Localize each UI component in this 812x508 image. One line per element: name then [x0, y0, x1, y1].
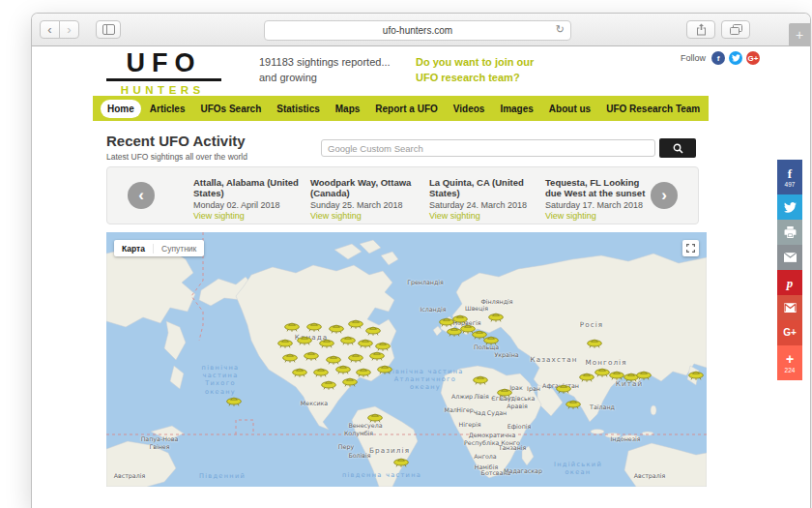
new-tab-button[interactable]: + — [789, 23, 810, 45]
ufo-sighting-marker[interactable] — [365, 323, 381, 336]
ufo-sighting-marker[interactable] — [688, 368, 704, 380]
ufo-sighting-marker[interactable] — [377, 362, 392, 374]
page-title: Recent UFO Activity — [106, 133, 246, 149]
ufo-sighting-marker[interactable] — [579, 370, 594, 382]
ufo-sighting-marker[interactable] — [284, 319, 300, 332]
sidebar-toggle-button[interactable] — [96, 20, 121, 39]
ufo-sighting-marker[interactable] — [321, 377, 336, 390]
map-type-satellite-button[interactable]: Супутник — [153, 244, 204, 254]
googleplus-icon[interactable]: G+ — [746, 51, 760, 65]
ufo-sighting-marker[interactable] — [304, 348, 319, 361]
twitter-icon[interactable] — [729, 51, 742, 65]
map-type-control: Карта Супутник — [114, 240, 204, 256]
ufo-sighting-marker[interactable] — [497, 385, 512, 398]
nav-item-statistics[interactable]: Statistics — [270, 100, 326, 118]
browser-share-icon — [696, 23, 707, 36]
tabs-overview-button[interactable] — [721, 20, 750, 39]
url-bar[interactable]: ufo-hunters.com ↻ — [264, 20, 571, 41]
search-button[interactable] — [659, 138, 696, 158]
print-icon — [784, 226, 797, 238]
ufo-sighting-marker[interactable] — [313, 365, 329, 377]
share-addthis-plus-icon[interactable]: +224 — [777, 345, 802, 380]
sightings-map[interactable]: Карта Супутник ГренландіяКанадаРосіяІсла… — [106, 232, 707, 487]
ufo-sighting-marker[interactable] — [488, 310, 504, 322]
ufo-sighting-marker[interactable] — [609, 368, 624, 380]
nav-item-articles[interactable]: Articles — [143, 100, 192, 118]
ufo-sighting-marker[interactable] — [348, 316, 363, 329]
share-twitter-icon[interactable] — [777, 194, 802, 220]
sighting-title: La Quinta, CA (United States) — [429, 177, 537, 199]
site-logo[interactable]: UFO HUNTERS — [106, 50, 215, 96]
ufo-sighting-marker[interactable] — [297, 333, 312, 345]
join-team-line2: UFO research team? — [416, 71, 534, 86]
share-email-icon[interactable] — [777, 245, 802, 270]
nav-item-ufo-research-team[interactable]: UFO Research Team — [599, 100, 707, 118]
map-type-map-button[interactable]: Карта — [114, 244, 153, 254]
nav-item-maps[interactable]: Maps — [329, 100, 367, 118]
ufo-sighting-marker[interactable] — [342, 374, 358, 387]
ufo-sighting-marker[interactable] — [636, 368, 652, 380]
ufo-sighting-marker[interactable] — [594, 365, 610, 377]
forward-button[interactable]: › — [59, 20, 79, 39]
sighting-title: Attalla, Alabama (United States) — [193, 177, 302, 199]
ufo-sighting-marker[interactable] — [319, 336, 334, 348]
ufo-sighting-marker[interactable] — [566, 397, 581, 409]
sightings-counter-line2: and growing — [259, 71, 391, 86]
carousel-next-button[interactable]: › — [651, 182, 678, 209]
nav-item-images[interactable]: Images — [493, 100, 539, 118]
reload-icon[interactable]: ↻ — [556, 23, 565, 36]
ufo-sighting-marker[interactable] — [556, 381, 571, 394]
logo-hunters-text: HUNTERS — [106, 84, 219, 96]
carousel-item: Attalla, Alabama (United States)Monday 0… — [193, 177, 302, 221]
nav-item-videos[interactable]: Videos — [447, 100, 492, 118]
ufo-sighting-marker[interactable] — [356, 365, 371, 377]
sighting-date: Sunday 25. March 2018 — [310, 200, 419, 210]
ufo-sighting-marker[interactable] — [473, 373, 488, 385]
view-sighting-link[interactable]: View sighting — [193, 211, 302, 221]
share-facebook-icon[interactable]: f497 — [777, 160, 802, 194]
page-content: UFO HUNTERS 191183 sightings reported...… — [32, 46, 810, 508]
url-text: ufo-hunters.com — [383, 25, 452, 36]
nav-item-ufos-search[interactable]: UFOs Search — [193, 100, 268, 118]
ufo-sighting-marker[interactable] — [340, 333, 356, 345]
view-sighting-link[interactable]: View sighting — [545, 211, 653, 221]
carousel-prev-button[interactable]: ‹ — [128, 182, 155, 209]
map-fullscreen-button[interactable] — [682, 240, 699, 256]
ufo-sighting-marker[interactable] — [483, 333, 499, 345]
back-button[interactable]: ‹ — [40, 20, 60, 39]
sighting-title: Tequesta, FL Looking due West at the sun… — [545, 177, 653, 199]
world-map-graphic — [106, 232, 707, 487]
ufo-sighting-marker[interactable] — [393, 455, 409, 467]
nav-item-report-a-ufo[interactable]: Report a UFO — [368, 100, 444, 118]
ufo-sighting-marker[interactable] — [358, 336, 373, 348]
carousel-item: Tequesta, FL Looking due West at the sun… — [545, 177, 653, 221]
nav-item-about-us[interactable]: About us — [542, 100, 597, 118]
view-sighting-link[interactable]: View sighting — [429, 211, 537, 221]
ufo-sighting-marker[interactable] — [292, 365, 307, 377]
nav-item-home[interactable]: Home — [101, 100, 141, 118]
sightings-counter-line1: 191183 sightings reported... — [259, 55, 391, 71]
ufo-sighting-marker[interactable] — [335, 362, 351, 374]
ufo-sighting-marker[interactable] — [587, 336, 602, 348]
share-print-icon[interactable] — [777, 220, 802, 245]
search-input[interactable] — [321, 139, 655, 157]
join-team-text[interactable]: Do you want to join our UFO research tea… — [416, 55, 534, 86]
share-pinterest-icon[interactable]: p — [777, 270, 802, 295]
back-icon: ‹ — [47, 22, 51, 37]
logo-ufo-text: UFO — [106, 50, 221, 81]
share-gmail-icon[interactable] — [777, 295, 802, 320]
ufo-sighting-marker[interactable] — [306, 319, 322, 332]
facebook-icon[interactable]: f — [711, 51, 725, 65]
browser-share-button[interactable] — [686, 20, 715, 39]
share-googleplus-icon[interactable]: G+ — [777, 320, 802, 345]
ufo-sighting-marker[interactable] — [367, 410, 383, 423]
view-sighting-link[interactable]: View sighting — [310, 211, 419, 221]
follow-block: Follow fG+ — [681, 51, 760, 65]
sighting-title: Woodpark Way, Ottawa (Canada) — [310, 177, 419, 199]
ufo-sighting-marker[interactable] — [226, 394, 242, 406]
ufo-sighting-marker[interactable] — [369, 348, 385, 361]
ufo-sighting-marker[interactable] — [277, 336, 293, 348]
ufo-sighting-marker[interactable] — [282, 350, 298, 363]
chevron-right-icon: › — [661, 186, 667, 205]
facebook-icon: f — [788, 167, 792, 180]
